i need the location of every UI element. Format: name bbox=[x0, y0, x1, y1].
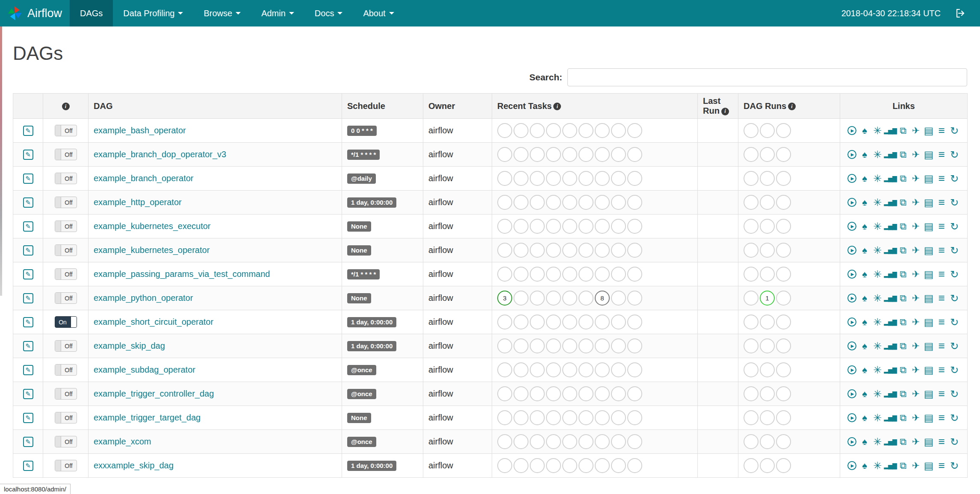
graph-view-icon[interactable]: ✳ bbox=[871, 340, 883, 352]
dag-run-circle[interactable] bbox=[744, 219, 759, 234]
code-icon[interactable]: ≡ bbox=[936, 221, 948, 232]
task-state-circle[interactable] bbox=[514, 123, 528, 138]
code-icon[interactable]: ≡ bbox=[936, 173, 948, 185]
task-tries-icon[interactable]: ⧉ bbox=[897, 268, 909, 280]
edit-dag-icon[interactable]: ✎ bbox=[23, 413, 33, 423]
pause-toggle[interactable]: Off bbox=[55, 460, 77, 471]
tree-view-icon[interactable]: ♠ bbox=[859, 244, 871, 256]
task-state-circle[interactable] bbox=[579, 386, 593, 401]
code-icon[interactable]: ≡ bbox=[936, 340, 948, 352]
trigger-dag-icon[interactable]: ▶ bbox=[847, 294, 856, 303]
refresh-icon[interactable]: ↻ bbox=[948, 292, 960, 304]
tree-view-icon[interactable]: ♠ bbox=[859, 221, 871, 232]
dag-run-circle[interactable] bbox=[776, 315, 791, 329]
dag-run-circle[interactable] bbox=[776, 434, 791, 449]
dag-run-circle[interactable] bbox=[744, 171, 759, 186]
graph-view-icon[interactable]: ✳ bbox=[871, 292, 883, 304]
dag-run-circle[interactable] bbox=[776, 362, 791, 377]
task-state-circle[interactable] bbox=[579, 410, 593, 425]
dag-run-circle[interactable] bbox=[760, 458, 775, 473]
graph-view-icon[interactable]: ✳ bbox=[871, 221, 883, 232]
dag-link[interactable]: example_bash_operator bbox=[94, 126, 186, 135]
dag-link[interactable]: example_trigger_controller_dag bbox=[94, 389, 214, 398]
task-state-circle[interactable] bbox=[579, 195, 593, 210]
schedule-badge[interactable]: 1 day, 0:00:00 bbox=[347, 461, 396, 471]
nav-item-data-profiling[interactable]: Data Profiling bbox=[113, 0, 193, 26]
logout-icon[interactable] bbox=[955, 8, 965, 18]
task-state-circle[interactable] bbox=[497, 434, 512, 449]
code-icon[interactable]: ≡ bbox=[936, 436, 948, 448]
schedule-badge[interactable]: */1 * * * * bbox=[347, 269, 380, 280]
dag-run-circle[interactable] bbox=[744, 362, 759, 377]
task-state-circle[interactable] bbox=[546, 123, 561, 138]
task-state-circle[interactable] bbox=[514, 195, 528, 210]
landing-times-icon[interactable]: ✈ bbox=[910, 436, 922, 448]
dag-link[interactable]: example_kubernetes_executor bbox=[94, 221, 211, 231]
task-state-circle[interactable] bbox=[546, 243, 561, 258]
schedule-badge[interactable]: */1 * * * * bbox=[347, 150, 380, 160]
task-state-circle[interactable] bbox=[546, 410, 561, 425]
task-duration-icon[interactable]: ▂▅▇ bbox=[884, 292, 896, 304]
edit-dag-icon[interactable]: ✎ bbox=[23, 437, 33, 447]
task-state-circle[interactable] bbox=[595, 267, 610, 282]
gantt-icon[interactable]: ▤ bbox=[923, 244, 935, 256]
schedule-badge[interactable]: 0 0 * * * bbox=[347, 126, 377, 136]
dag-link[interactable]: example_python_operator bbox=[94, 293, 193, 303]
edit-dag-icon[interactable]: ✎ bbox=[23, 173, 33, 184]
tree-view-icon[interactable]: ♠ bbox=[859, 436, 871, 448]
task-state-circle[interactable] bbox=[530, 171, 545, 186]
dag-link[interactable]: exxxample_skip_dag bbox=[94, 461, 174, 470]
edit-dag-icon[interactable]: ✎ bbox=[23, 389, 33, 399]
pause-toggle[interactable]: Off bbox=[55, 244, 77, 256]
refresh-icon[interactable]: ↻ bbox=[948, 340, 960, 352]
dag-link[interactable]: example_trigger_target_dag bbox=[94, 413, 201, 422]
pause-toggle[interactable]: Off bbox=[55, 364, 77, 376]
dag-run-circle[interactable] bbox=[744, 338, 759, 353]
refresh-icon[interactable]: ↻ bbox=[948, 412, 960, 424]
task-duration-icon[interactable]: ▂▅▇ bbox=[884, 221, 896, 232]
task-state-circle[interactable] bbox=[562, 458, 577, 473]
tree-view-icon[interactable]: ♠ bbox=[859, 460, 871, 472]
dag-run-circle[interactable] bbox=[744, 147, 759, 162]
code-icon[interactable]: ≡ bbox=[936, 268, 948, 280]
code-icon[interactable]: ≡ bbox=[936, 149, 948, 161]
task-state-circle[interactable] bbox=[497, 267, 512, 282]
refresh-icon[interactable]: ↻ bbox=[948, 197, 960, 209]
pause-toggle[interactable]: Off bbox=[55, 149, 77, 160]
trigger-dag-icon[interactable]: ▶ bbox=[847, 413, 856, 422]
task-state-circle[interactable] bbox=[595, 386, 610, 401]
task-state-circle[interactable] bbox=[562, 434, 577, 449]
task-state-circle[interactable] bbox=[514, 219, 528, 234]
refresh-icon[interactable]: ↻ bbox=[948, 221, 960, 232]
dag-run-circle[interactable] bbox=[760, 171, 775, 186]
task-state-circle[interactable] bbox=[546, 386, 561, 401]
task-state-circle[interactable]: 3 bbox=[497, 291, 512, 306]
task-state-circle[interactable] bbox=[627, 267, 642, 282]
dag-run-circle[interactable] bbox=[776, 458, 791, 473]
gantt-icon[interactable]: ▤ bbox=[923, 460, 935, 472]
task-state-circle[interactable] bbox=[497, 458, 512, 473]
code-icon[interactable]: ≡ bbox=[936, 316, 948, 328]
task-state-circle[interactable] bbox=[546, 362, 561, 377]
task-state-circle[interactable] bbox=[627, 315, 642, 329]
dag-run-circle[interactable] bbox=[760, 410, 775, 425]
task-state-circle[interactable] bbox=[497, 243, 512, 258]
nav-item-dags[interactable]: DAGs bbox=[70, 0, 113, 26]
pause-toggle[interactable]: Off bbox=[55, 268, 77, 280]
landing-times-icon[interactable]: ✈ bbox=[910, 268, 922, 280]
task-tries-icon[interactable]: ⧉ bbox=[897, 221, 909, 232]
task-state-circle[interactable] bbox=[627, 386, 642, 401]
dag-run-circle[interactable] bbox=[776, 195, 791, 210]
dag-link[interactable]: example_short_circuit_operator bbox=[94, 317, 213, 326]
dag-run-circle[interactable] bbox=[760, 243, 775, 258]
task-tries-icon[interactable]: ⧉ bbox=[897, 364, 909, 376]
code-icon[interactable]: ≡ bbox=[936, 412, 948, 424]
task-state-circle[interactable] bbox=[579, 147, 593, 162]
refresh-icon[interactable]: ↻ bbox=[948, 149, 960, 161]
task-state-circle[interactable] bbox=[611, 123, 626, 138]
task-state-circle[interactable] bbox=[546, 291, 561, 306]
edit-dag-icon[interactable]: ✎ bbox=[23, 461, 33, 471]
task-state-circle[interactable] bbox=[546, 315, 561, 329]
graph-view-icon[interactable]: ✳ bbox=[871, 364, 883, 376]
task-tries-icon[interactable]: ⧉ bbox=[897, 388, 909, 400]
